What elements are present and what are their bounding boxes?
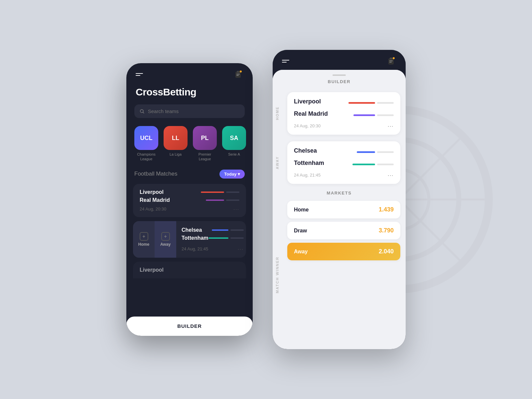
app-title: CrossBetting — [126, 83, 253, 104]
match-time-light-2: 24 Aug, 21:45 ··· — [294, 173, 394, 178]
market-draw-label: Draw — [294, 228, 307, 234]
svg-rect-8 — [237, 71, 239, 73]
chelsea-name-light: Chelsea — [294, 147, 317, 154]
chelsea-name: Chelsea — [182, 227, 202, 233]
more-options-icon[interactable]: ··· — [233, 206, 239, 212]
swipe-match-info: Chelsea Tottenham 24 Aug, 21:45 ··· — [176, 221, 246, 258]
tottenham-bar-light — [352, 164, 394, 165]
league-item-pl[interactable]: PL PremierLeague — [193, 126, 217, 162]
league-label-ll: La Liga — [170, 152, 182, 157]
svg-line-13 — [143, 112, 144, 113]
away-add-icon: + — [161, 232, 170, 241]
tottenham-row: Tottenham — [182, 235, 244, 241]
liverpool-preview-card: Liverpool — [133, 262, 246, 278]
today-filter-button[interactable]: Today ▾ — [219, 170, 245, 179]
market-away-label: Away — [294, 249, 308, 255]
away-side-label: AWAY — [273, 138, 282, 187]
match-card-chelsea-tottenham: + Home + Away Chelsea Tottenham — [133, 221, 246, 258]
market-draw[interactable]: Draw 3.790 — [287, 222, 400, 239]
svg-point-11 — [240, 70, 242, 72]
market-away[interactable]: Away 2.040 — [287, 243, 400, 260]
svg-rect-17 — [389, 62, 392, 63]
market-draw-odds: 3.790 — [379, 227, 394, 234]
svg-rect-9 — [236, 74, 240, 74]
light-match-card-1: Liverpool Real Madrid — [287, 92, 400, 135]
match-winner-section: MATCH WINNER Home 1.439 Draw 3.790 Away … — [273, 201, 406, 349]
bottom-bar[interactable]: BUILDER — [126, 317, 253, 336]
light-match-card-2: Chelsea Tottenham — [287, 141, 400, 184]
leagues-scroll: UCL ChampionsLeague LL La Liga PL Premie… — [126, 126, 253, 170]
league-badge-sa: SA — [222, 126, 246, 150]
chelsea-bar — [212, 229, 244, 231]
league-item-ll[interactable]: LL La Liga — [164, 126, 188, 162]
chelsea-row: Chelsea — [182, 227, 244, 233]
home-team-row: Liverpool — [140, 189, 239, 195]
tottenham-row-light: Tottenham — [294, 160, 394, 169]
builder-header: BUILDER — [273, 70, 406, 89]
clipboard-icon[interactable] — [233, 68, 243, 80]
search-icon — [140, 109, 145, 114]
league-badge-pl: PL — [193, 126, 217, 150]
swipe-actions: + Home + Away — [133, 221, 176, 258]
svg-point-18 — [393, 57, 395, 59]
chelsea-bar-light — [357, 151, 394, 153]
home-section: HOME Liverpool Real Madrid — [273, 89, 406, 138]
markets-title: MARKETS — [278, 191, 400, 196]
league-item-ucl[interactable]: UCL ChampionsLeague — [134, 126, 158, 162]
liverpool-bar-light — [348, 102, 394, 104]
status-bar-light — [273, 50, 406, 70]
liverpool-row-light: Liverpool — [294, 98, 394, 108]
phone-dark: CrossBetting UCL ChampionsLeague LL La L… — [126, 63, 253, 336]
menu-icon[interactable] — [136, 73, 143, 76]
away-swipe-button[interactable]: + Away — [155, 221, 176, 258]
chelsea-row-light: Chelsea — [294, 147, 394, 157]
tottenham-name-light: Tottenham — [294, 160, 324, 167]
builder-title: BUILDER — [277, 79, 401, 84]
home-add-icon: + — [140, 232, 148, 241]
home-team-bar — [201, 192, 239, 193]
clipboard-icon-light[interactable] — [386, 55, 396, 67]
svg-rect-16 — [389, 61, 393, 61]
menu-icon-light[interactable] — [282, 60, 289, 63]
market-home-label: Home — [294, 207, 309, 213]
home-swipe-button[interactable]: + Home — [133, 221, 155, 258]
match-time-light-1: 24 Aug, 20:30 ··· — [294, 123, 394, 129]
home-side-label: HOME — [273, 89, 282, 138]
market-home-odds: 1.439 — [379, 206, 394, 213]
league-badge-ll: LL — [164, 126, 188, 150]
away-team-name: Real Madrid — [140, 197, 170, 203]
away-swipe-label: Away — [160, 242, 171, 247]
bottom-bar-label: BUILDER — [177, 323, 202, 329]
away-section: AWAY Chelsea Tottenham — [273, 138, 406, 187]
more-options-light-1[interactable]: ··· — [388, 123, 394, 129]
tottenham-bar — [208, 237, 244, 239]
market-cards-area: Home 1.439 Draw 3.790 Away 2.040 — [282, 201, 406, 349]
realmadrid-name-light: Real Madrid — [294, 110, 328, 117]
tottenham-name: Tottenham — [182, 235, 208, 241]
search-bar[interactable] — [134, 104, 245, 118]
football-matches-title: Football Matches — [134, 171, 177, 177]
match-winner-side-label: MATCH WINNER — [273, 201, 282, 349]
match-time-2: 24 Aug, 21:45 ··· — [182, 246, 244, 252]
market-home[interactable]: Home 1.439 — [287, 201, 400, 218]
home-swipe-label: Home — [138, 242, 149, 247]
liverpool-preview-name: Liverpool — [140, 267, 164, 273]
more-options-icon-2[interactable]: ··· — [238, 246, 244, 252]
phone-light: BUILDER HOME Liverpool — [273, 50, 406, 349]
league-item-sa[interactable]: SA Serie A — [222, 126, 246, 162]
league-label-ucl: ChampionsLeague — [137, 152, 156, 162]
liverpool-name-light: Liverpool — [294, 98, 321, 105]
home-cards-area: Liverpool Real Madrid — [282, 89, 406, 138]
svg-rect-15 — [390, 58, 392, 60]
more-options-light-2[interactable]: ··· — [388, 173, 394, 178]
league-label-sa: Serie A — [228, 152, 240, 157]
status-bar-dark — [126, 63, 253, 83]
league-label-pl: PremierLeague — [199, 152, 211, 162]
drag-handle — [332, 74, 346, 76]
search-input[interactable] — [148, 108, 239, 114]
matches-section-header: Football Matches Today ▾ — [126, 170, 253, 184]
away-cards-area: Chelsea Tottenham — [282, 138, 406, 187]
home-team-name: Liverpool — [140, 189, 164, 195]
match-time-1: 24 Aug, 20:30 ··· — [140, 206, 239, 212]
phones-container: CrossBetting UCL ChampionsLeague LL La L… — [126, 50, 406, 349]
